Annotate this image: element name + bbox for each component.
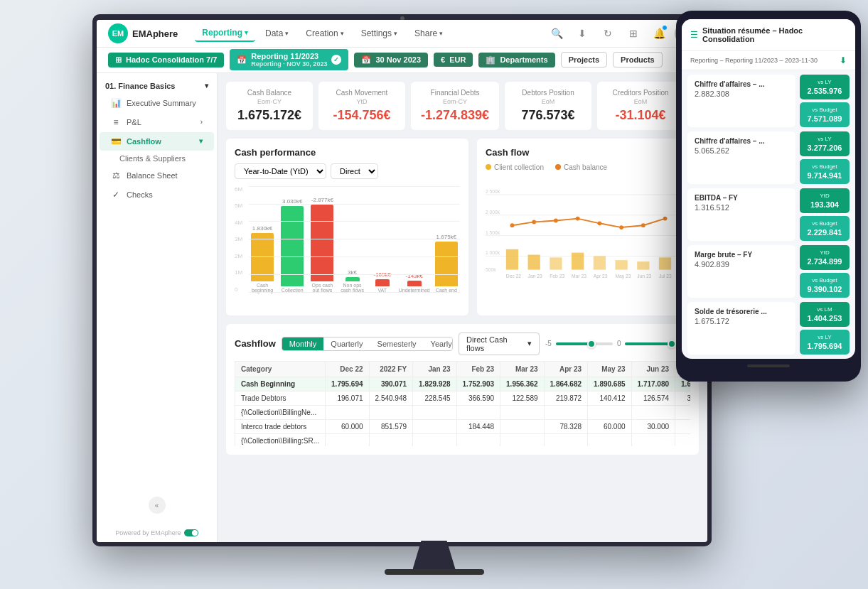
svg-rect-10 <box>527 254 540 269</box>
metric-badges-3: YtD 193.304 vs Budget 2.229.841 <box>800 188 850 241</box>
table-row: Cash Beginning 1.795.694 390.071 1.829.9… <box>235 377 691 391</box>
cashflow-chart-svg: 2 500k 2 000k 1 500k 1 000k 500k <box>486 175 690 282</box>
sidebar: 01. Finance Basics ▾ 📊 Executive Summary… <box>97 73 218 542</box>
svg-text:Jul 23: Jul 23 <box>659 274 672 279</box>
logo[interactable]: EM EMAphere <box>108 23 178 43</box>
cash-flow-card: Cash flow Client collection Cash balance <box>477 139 699 315</box>
consolidation-filter[interactable]: ⊞ Hadoc Consolidation 7/7 <box>108 53 224 67</box>
logo-icon: EM <box>108 23 128 43</box>
svg-rect-13 <box>594 256 606 269</box>
mode-select[interactable]: Direct <box>331 163 378 179</box>
mobile-panel: ☰ Situation résumée – Hadoc Consolidatio… <box>676 11 861 382</box>
col-apr23: Apr 23 <box>544 361 588 377</box>
check-icon: ✓ <box>331 55 341 65</box>
nav-share[interactable]: Share ▾ <box>407 26 450 41</box>
svg-text:500k: 500k <box>486 266 496 271</box>
projects-filter[interactable]: Projects <box>561 52 607 67</box>
list-icon: ≡ <box>111 117 121 127</box>
sidebar-item-cashflow[interactable]: 💳 Cashflow ▾ <box>100 132 214 151</box>
slider-fill <box>556 342 590 345</box>
slider-thumb-2[interactable] <box>668 340 676 348</box>
badge-vs-ly-2: vs LY 3.277.206 <box>800 131 850 156</box>
mobile-metric-row: Chiffre d'affaires – ... 2.882.308 vs LY… <box>687 75 850 127</box>
svg-text:Mar 23: Mar 23 <box>572 274 586 279</box>
products-filter[interactable]: Products <box>613 52 663 67</box>
nav-creation[interactable]: Creation ▾ <box>299 26 350 41</box>
sidebar-item-balance-sheet[interactable]: ⚖ Balance Sheet <box>100 166 214 185</box>
col-jan23: Jan 23 <box>413 361 457 377</box>
chevron-down-icon: ▾ <box>527 339 532 348</box>
slider-track[interactable] <box>556 342 613 345</box>
col-feb23: Feb 23 <box>456 361 500 377</box>
tab-monthly[interactable]: Monthly <box>282 337 324 350</box>
mobile-subheader: Reporting – Reporting 11/2023 – 2023-11-… <box>682 51 855 70</box>
departments-filter[interactable]: 🏢 Departments <box>478 53 554 67</box>
chevron-down-icon: ▾ <box>245 29 248 36</box>
badge-vs-budget-3: vs Budget 2.229.841 <box>800 216 850 241</box>
nav-settings[interactable]: Settings ▾ <box>354 26 404 41</box>
period-select[interactable]: Year-to-Date (YtD) <box>235 163 326 179</box>
sidebar-item-checks[interactable]: ✓ Checks <box>100 185 214 204</box>
metric-badges-5: vs LM 1.404.253 vs LY 1.795.694 <box>800 302 850 355</box>
badge-vs-budget-1: vs Budget 7.571.089 <box>800 102 850 127</box>
col-dec22: Dec 22 <box>326 361 370 377</box>
currency-filter[interactable]: € EUR <box>434 53 473 67</box>
mobile-metrics: Chiffre d'affaires – ... 2.882.308 vs LY… <box>682 70 855 359</box>
slider-thumb[interactable] <box>587 340 596 348</box>
sidebar-section[interactable]: 01. Finance Basics ▾ <box>97 79 217 93</box>
svg-text:May 23: May 23 <box>615 274 631 279</box>
metric-badges-1: vs LY 2.535.976 vs Budget 7.571.089 <box>800 75 850 127</box>
tab-semesterly[interactable]: Semesterly <box>370 337 424 350</box>
column-slider[interactable]: -5 0 5 <box>545 340 690 347</box>
svg-text:1 500k: 1 500k <box>486 229 500 234</box>
col-mar23: Mar 23 <box>500 361 545 377</box>
calendar-icon: 📅 <box>361 55 371 65</box>
calendar-icon: 📅 <box>237 55 247 65</box>
app-name: EMAphere <box>132 28 178 39</box>
tab-yearly[interactable]: Yearly <box>424 337 454 350</box>
svg-rect-12 <box>572 252 584 269</box>
date-filter[interactable]: 📅 30 Nov 2023 <box>354 53 428 67</box>
nav-data[interactable]: Data ▾ <box>258 26 296 41</box>
cashflow-table-scroll[interactable]: Category Dec 22 2022 FY Jan 23 Feb 23 Ma… <box>235 361 690 446</box>
chevron-down-icon: ▾ <box>285 30 289 37</box>
chevron-down-icon: ▾ <box>394 30 397 37</box>
svg-text:Dec 22: Dec 22 <box>506 274 522 279</box>
powered-toggle[interactable] <box>184 529 198 536</box>
tab-quarterly[interactable]: Quarterly <box>323 337 370 350</box>
svg-point-18 <box>532 220 536 224</box>
download-button[interactable]: ⬇ <box>572 23 592 43</box>
mobile-menu-icon: ☰ <box>690 30 698 40</box>
refresh-button[interactable]: ↻ <box>598 23 618 43</box>
grid-button[interactable]: ⊞ <box>623 23 643 43</box>
collapse-button[interactable]: « <box>149 497 166 514</box>
kpi-row: Cash Balance Eom-CY 1.675.172€ Cash Move… <box>226 82 699 130</box>
download-icon[interactable]: ⬇ <box>840 55 847 65</box>
svg-point-23 <box>641 223 645 227</box>
chevron-down-icon: ▾ <box>341 30 344 37</box>
nav-reporting[interactable]: Reporting ▾ <box>195 25 255 42</box>
chart-controls: Year-to-Date (YtD) Direct <box>235 163 460 179</box>
cashflow-icon: 💳 <box>111 136 121 146</box>
search-button[interactable]: 🔍 <box>547 23 567 43</box>
notification-button[interactable]: 🔔 <box>649 23 669 43</box>
filter-bar: ⊞ Hadoc Consolidation 7/7 📅 Reporting 11… <box>97 48 707 73</box>
svg-rect-15 <box>637 261 649 270</box>
slider-track-2[interactable] <box>625 342 682 345</box>
sidebar-item-pl[interactable]: ≡ P&L › <box>100 113 214 131</box>
kpi-debtors-position: Debtors Position EoM 776.573€ <box>505 82 591 130</box>
chart-legend: Client collection Cash balance <box>486 163 690 171</box>
svg-rect-14 <box>615 260 627 269</box>
table-row: {\\Collection\\BillingNe... <box>235 405 691 419</box>
sidebar-item-clients-suppliers[interactable]: Clients & Suppliers <box>97 151 217 166</box>
cashflow-type-dropdown[interactable]: Direct Cash flows ▾ <box>459 333 540 355</box>
sidebar-item-executive-summary[interactable]: 📊 Executive Summary <box>100 94 214 112</box>
svg-text:1 000k: 1 000k <box>486 250 500 255</box>
svg-point-24 <box>663 216 668 220</box>
badge-vs-lm-5: vs LM 1.404.253 <box>800 302 850 327</box>
consolidation-icon: ⊞ <box>115 55 122 65</box>
svg-point-19 <box>554 218 558 222</box>
svg-point-17 <box>510 223 514 227</box>
svg-text:2 000k: 2 000k <box>486 210 500 215</box>
reporting-filter[interactable]: 📅 Reporting 11/2023 Reporting · NOV 30, … <box>230 49 348 70</box>
